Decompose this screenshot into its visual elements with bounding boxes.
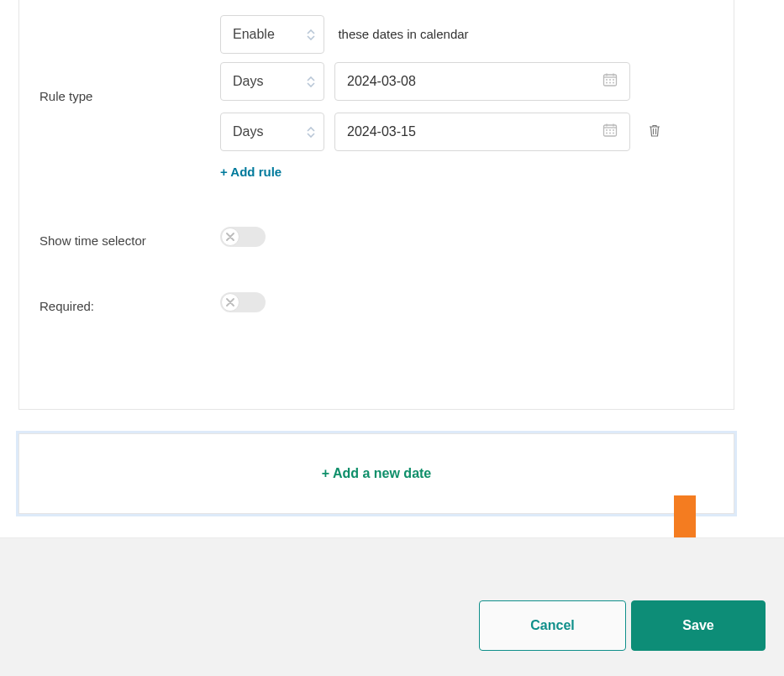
svg-point-9	[613, 82, 614, 84]
rule-unit-value: Days	[233, 74, 263, 89]
save-label: Save	[682, 618, 713, 633]
required-row: Required:	[39, 292, 713, 316]
svg-point-16	[613, 129, 614, 131]
svg-point-8	[609, 82, 611, 84]
svg-point-15	[609, 129, 611, 131]
rule-mode-value: Enable	[233, 27, 275, 42]
add-new-date-label: + Add a new date	[322, 466, 432, 481]
add-new-date-button[interactable]: + Add a new date	[18, 433, 734, 514]
trash-icon	[649, 128, 660, 140]
rule-unit-value: Days	[233, 124, 263, 139]
svg-point-19	[613, 133, 614, 134]
svg-point-18	[609, 133, 611, 134]
save-button[interactable]: Save	[631, 600, 766, 651]
show-time-row: Show time selector	[39, 227, 713, 250]
toggle-knob	[221, 228, 239, 246]
x-icon	[226, 229, 234, 244]
date-input[interactable]: 2024-03-15	[334, 113, 630, 151]
delete-rule-button[interactable]	[645, 121, 664, 144]
svg-point-4	[606, 79, 608, 81]
rule-mode-row: Enable these dates in calendar	[39, 15, 713, 54]
svg-point-5	[609, 79, 611, 81]
rule-type-row: Rule type Days 2024-03-08	[39, 62, 713, 180]
calendar-icon	[602, 72, 618, 91]
settings-panel: Enable these dates in calendar Rule type…	[18, 0, 734, 410]
empty-label	[39, 15, 220, 22]
add-rule-button[interactable]: + Add rule	[220, 165, 282, 179]
toggle-knob	[221, 293, 239, 312]
footer-bar: Cancel Save	[0, 537, 784, 676]
chevron-up-down-icon	[307, 127, 315, 138]
rule-row: Days 2024-03-08	[220, 62, 713, 101]
required-toggle[interactable]	[220, 292, 266, 312]
rule-row: Days 2024-03-15	[220, 113, 713, 151]
rule-unit-select[interactable]: Days	[220, 62, 324, 101]
show-time-label: Show time selector	[39, 227, 220, 248]
chevron-up-down-icon	[307, 76, 315, 87]
svg-point-7	[606, 82, 608, 84]
rule-mode-suffix: these dates in calendar	[338, 27, 468, 41]
rule-mode-select[interactable]: Enable	[220, 15, 324, 54]
x-icon	[226, 295, 234, 310]
cancel-label: Cancel	[530, 618, 574, 633]
required-label: Required:	[39, 292, 220, 313]
svg-point-6	[613, 79, 614, 81]
date-value: 2024-03-15	[347, 124, 416, 139]
date-input[interactable]: 2024-03-08	[334, 62, 630, 101]
calendar-icon	[602, 123, 618, 141]
rule-unit-select[interactable]: Days	[220, 113, 324, 151]
cancel-button[interactable]: Cancel	[479, 600, 626, 651]
chevron-up-down-icon	[307, 29, 315, 40]
date-value: 2024-03-08	[347, 74, 416, 89]
svg-point-14	[606, 129, 608, 131]
rule-type-label: Rule type	[39, 62, 220, 103]
show-time-toggle[interactable]	[220, 227, 266, 247]
svg-point-17	[606, 133, 608, 134]
